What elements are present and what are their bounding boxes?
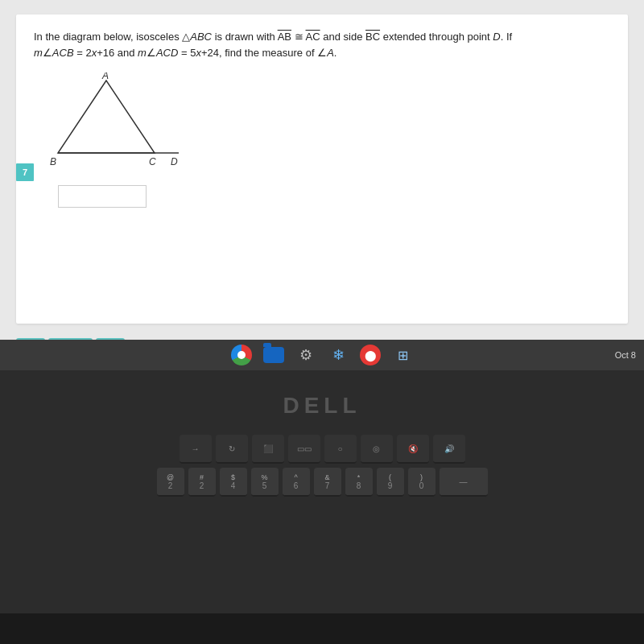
key-volume-mute[interactable]: 🔇 [397, 435, 429, 464]
triangle-diagram: A B C D [42, 72, 203, 177]
key-at[interactable]: @2 [157, 468, 184, 497]
key-open-paren[interactable]: (9 [377, 468, 404, 497]
diagram-area: A B C D [42, 72, 610, 177]
key-row-numbers: @2 #2 $4 %5 ^6 &7 *8 (9 )0 — [32, 468, 612, 497]
segment-ac: AC [306, 31, 320, 43]
dell-logo: DELL [283, 393, 361, 419]
key-percent[interactable]: %5 [251, 468, 279, 497]
svg-marker-0 [58, 80, 155, 153]
and-text: and [323, 31, 343, 43]
key-volume-up[interactable]: 🔊 [433, 435, 465, 464]
key-ampersand[interactable]: &7 [314, 468, 341, 497]
question-number-badge: 7 [16, 163, 34, 181]
key-brightness-up[interactable]: ◎ [361, 435, 393, 464]
snowflake-icon[interactable]: ❄ [328, 345, 349, 365]
key-arrow-right[interactable]: → [180, 435, 212, 464]
key-row-function: → ↻ ⬛ ▭▭ ○ ◎ 🔇 🔊 [32, 435, 612, 464]
camera-icon[interactable]: ⬤ [360, 345, 381, 365]
settings-icon[interactable]: ⚙ [295, 345, 316, 365]
screen-area: In the diagram below, isosceles △ABC is … [0, 0, 644, 370]
svg-text:A: A [101, 72, 109, 81]
key-refresh[interactable]: ↻ [216, 435, 248, 464]
segment-bc: BC [365, 31, 380, 43]
chrome-icon[interactable] [231, 345, 252, 365]
svg-text:C: C [149, 156, 156, 167]
keyboard-area: → ↻ ⬛ ▭▭ ○ ◎ 🔇 🔊 @2 #2 $4 %5 ^6 &7 *8 (9… [32, 435, 612, 501]
key-brightness-down[interactable]: ○ [324, 435, 357, 464]
key-hash[interactable]: #2 [188, 468, 216, 497]
laptop-body: DELL → ↻ ⬛ ▭▭ ○ ◎ 🔇 🔊 @2 #2 $4 %5 ^6 &7 … [0, 370, 644, 613]
answer-input[interactable] [58, 185, 147, 208]
key-caret[interactable]: ^6 [283, 468, 310, 497]
segment-ab: AB [278, 31, 291, 43]
key-overview[interactable]: ▭▭ [288, 435, 320, 464]
svg-text:D: D [171, 156, 178, 167]
folder-icon[interactable] [263, 345, 284, 365]
taskbar: ⚙ ❄ ⬤ ⊞ Oct 8 [0, 340, 644, 370]
grid-icon[interactable]: ⊞ [392, 345, 413, 365]
key-close-paren[interactable]: )0 [408, 468, 436, 497]
svg-text:B: B [50, 156, 56, 167]
content-card: In the diagram below, isosceles △ABC is … [16, 14, 628, 324]
key-asterisk[interactable]: *8 [345, 468, 373, 497]
key-dollar[interactable]: $4 [220, 468, 247, 497]
key-fullscreen[interactable]: ⬛ [252, 435, 284, 464]
taskbar-time: Oct 8 [615, 350, 636, 360]
key-dash[interactable]: — [440, 468, 488, 497]
problem-text: In the diagram below, isosceles △ABC is … [34, 29, 610, 61]
